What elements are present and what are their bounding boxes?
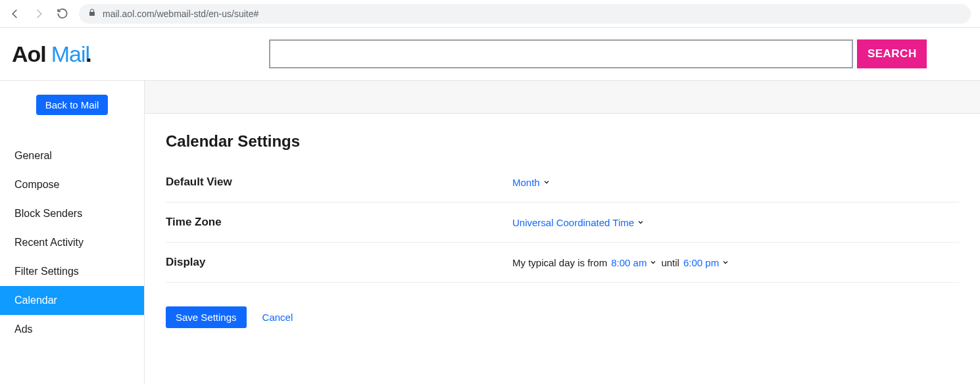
- back-icon[interactable]: [9, 8, 21, 20]
- logo-mail: Mail: [51, 41, 89, 66]
- display-from-dropdown[interactable]: 8:00 am: [611, 257, 657, 268]
- sidebar-item-filter-settings[interactable]: Filter Settings: [0, 257, 144, 286]
- row-time-zone: Time Zone Universal Coordinated Time: [166, 203, 959, 243]
- app-header: Aol Mail. SEARCH: [0, 28, 980, 81]
- display-to-value: 6:00 pm: [683, 257, 719, 268]
- forward-icon: [33, 8, 45, 20]
- sidebar-item-ads[interactable]: Ads: [0, 315, 144, 344]
- row-default-view: Default View Month: [166, 170, 959, 203]
- label-default-view: Default View: [166, 176, 512, 189]
- default-view-dropdown[interactable]: Month: [512, 177, 551, 188]
- lock-icon: [88, 8, 96, 19]
- sidebar-item-compose[interactable]: Compose: [0, 170, 144, 199]
- display-to-dropdown[interactable]: 6:00 pm: [683, 257, 729, 268]
- search-container: SEARCH: [91, 39, 967, 68]
- chevron-down-icon: [722, 258, 729, 266]
- url-bar[interactable]: mail.aol.com/webmail-std/en-us/suite#: [79, 4, 971, 24]
- display-from-value: 8:00 am: [611, 257, 647, 268]
- save-settings-button[interactable]: Save Settings: [166, 306, 247, 328]
- search-button[interactable]: SEARCH: [857, 39, 927, 68]
- browser-toolbar: mail.aol.com/webmail-std/en-us/suite#: [0, 0, 980, 28]
- time-zone-dropdown[interactable]: Universal Coordinated Time: [512, 217, 645, 228]
- content-topbar: [145, 81, 980, 114]
- sidebar-item-calendar[interactable]: Calendar: [0, 286, 144, 315]
- chevron-down-icon: [637, 218, 645, 226]
- url-text: mail.aol.com/webmail-std/en-us/suite#: [103, 9, 258, 19]
- cancel-link[interactable]: Cancel: [262, 312, 293, 323]
- sidebar-item-general[interactable]: General: [0, 141, 144, 170]
- nav-arrows: [9, 8, 68, 20]
- sidebar-item-block-senders[interactable]: Block Senders: [0, 199, 144, 228]
- search-input[interactable]: [269, 39, 853, 68]
- aol-mail-logo[interactable]: Aol Mail.: [12, 41, 91, 67]
- content-area: Calendar Settings Default View Month Tim…: [145, 81, 980, 384]
- chevron-down-icon: [649, 258, 657, 266]
- time-zone-value: Universal Coordinated Time: [512, 217, 634, 228]
- default-view-value: Month: [512, 177, 540, 188]
- actions-row: Save Settings Cancel: [166, 306, 959, 328]
- label-time-zone: Time Zone: [166, 216, 512, 229]
- settings-sidebar: Back to Mail General Compose Block Sende…: [0, 81, 145, 384]
- display-prefix: My typical day is from: [512, 257, 607, 268]
- display-middle: until: [661, 257, 679, 268]
- label-display: Display: [166, 256, 512, 269]
- logo-dot: .: [86, 41, 91, 66]
- row-display: Display My typical day is from 8:00 am u…: [166, 243, 959, 283]
- back-to-mail-button[interactable]: Back to Mail: [36, 95, 109, 115]
- chevron-down-icon: [543, 178, 551, 186]
- logo-aol: Aol: [12, 41, 46, 67]
- reload-icon[interactable]: [57, 8, 68, 20]
- sidebar-item-recent-activity[interactable]: Recent Activity: [0, 228, 144, 257]
- page-title: Calendar Settings: [166, 132, 959, 151]
